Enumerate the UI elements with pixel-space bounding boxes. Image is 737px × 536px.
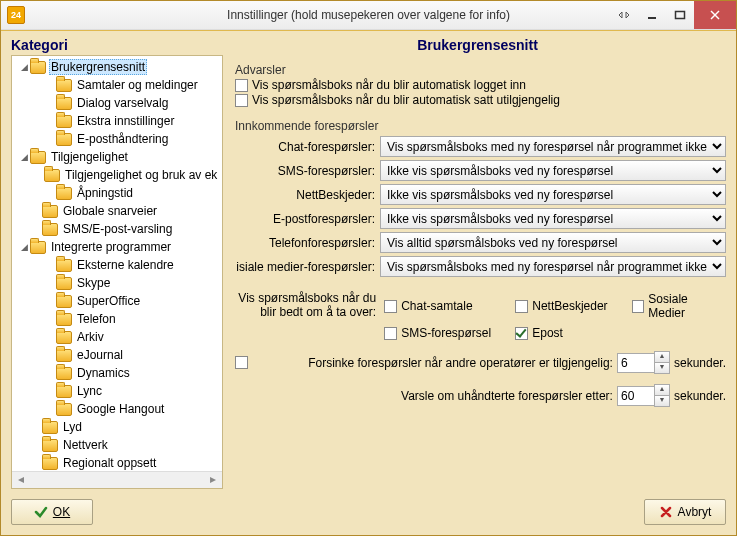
incoming-select[interactable]: Vis spørsmålsboks med ny forespørsel når… — [380, 136, 726, 157]
folder-icon — [56, 331, 72, 344]
tree-item[interactable]: Skype — [12, 274, 222, 292]
unhandled-warn-suffix: sekunder. — [674, 389, 726, 403]
spin-up-icon[interactable]: ▲ — [654, 351, 670, 363]
folder-icon — [56, 385, 72, 398]
tree-item-label: Tilgjengelighet og bruk av ek — [63, 168, 219, 182]
takeover-lead: Vis spørsmålsboks når dublir bedt om å t… — [235, 291, 376, 341]
svg-line-3 — [711, 11, 719, 19]
tree-expand-icon[interactable]: ◢ — [18, 152, 30, 162]
folder-icon — [56, 367, 72, 380]
tree-item-label: Globale snarveier — [61, 204, 159, 218]
tree-item[interactable]: Regionalt oppsett — [12, 454, 222, 471]
tree-item[interactable]: Åpningstid — [12, 184, 222, 202]
check-icon — [34, 505, 48, 519]
unhandled-warn-seconds-input[interactable] — [617, 386, 655, 406]
scroll-right-icon[interactable]: ▸ — [206, 472, 220, 488]
category-heading: Kategori — [11, 37, 223, 53]
tree-item-label: Samtaler og meldinger — [75, 78, 200, 92]
cancel-button[interactable]: Avbryt — [644, 499, 726, 525]
close-icon[interactable] — [694, 1, 736, 29]
tree-item-label: Dialog varselvalg — [75, 96, 170, 110]
tree-item-label: Eksterne kalendre — [75, 258, 176, 272]
tree-item[interactable]: ◢Brukergrensesnitt — [12, 58, 222, 76]
tree-item[interactable]: Arkiv — [12, 328, 222, 346]
incoming-select[interactable]: Ikke vis spørsmålsboks ved ny forespørse… — [380, 208, 726, 229]
unhandled-warn-label: Varsle om uhåndterte forespørsler etter: — [235, 389, 613, 403]
incoming-label: Chat-forespørsler: — [235, 140, 377, 154]
spin-up-icon[interactable]: ▲ — [654, 384, 670, 396]
tree-item[interactable]: Globale snarveier — [12, 202, 222, 220]
warn-auto-unavailable-label: Vis spørsmålsboks når du blir automatisk… — [252, 93, 560, 107]
warn-auto-unavailable-checkbox[interactable] — [235, 94, 248, 107]
tree-item[interactable]: Telefon — [12, 310, 222, 328]
tree-item[interactable]: Samtaler og meldinger — [12, 76, 222, 94]
takeover-option-label: Sosiale Medier — [648, 292, 726, 320]
incoming-select[interactable]: Ikke vis spørsmålsboks ved ny forespørse… — [380, 160, 726, 181]
takeover-checkbox[interactable] — [515, 300, 528, 313]
incoming-select[interactable]: Ikke vis spørsmålsboks ved ny forespørse… — [380, 184, 726, 205]
folder-icon — [44, 169, 60, 182]
incoming-label: E-postforespørsler: — [235, 212, 377, 226]
incoming-select[interactable]: Vis alltid spørsmålsboks ved ny forespør… — [380, 232, 726, 253]
tree-item[interactable]: Dynamics — [12, 364, 222, 382]
tree-item[interactable]: SuperOffice — [12, 292, 222, 310]
tree-item[interactable]: Tilgjengelighet og bruk av ek — [12, 166, 222, 184]
tree-horizontal-scrollbar[interactable]: ◂ ▸ — [12, 471, 222, 488]
folder-icon — [56, 403, 72, 416]
tree-item[interactable]: SMS/E-post-varsling — [12, 220, 222, 238]
tree-item-label: Arkiv — [75, 330, 106, 344]
folder-icon — [56, 115, 72, 128]
tree-item[interactable]: Lyd — [12, 418, 222, 436]
tree-item[interactable]: eJournal — [12, 346, 222, 364]
tree-item[interactable]: Dialog varselvalg — [12, 94, 222, 112]
takeover-checkbox[interactable] — [632, 300, 645, 313]
takeover-option-label: Chat-samtale — [401, 299, 472, 313]
tree-item[interactable]: Eksterne kalendre — [12, 256, 222, 274]
maximize-icon[interactable] — [666, 1, 694, 29]
takeover-option-label: NettBeskjeder — [532, 299, 607, 313]
spin-down-icon[interactable]: ▼ — [654, 396, 670, 407]
tree-item-label: Dynamics — [75, 366, 132, 380]
spin-down-icon[interactable]: ▼ — [654, 363, 670, 374]
scroll-left-icon[interactable]: ◂ — [14, 472, 28, 488]
takeover-option-label: SMS-forespørsel — [401, 326, 491, 340]
delay-requests-seconds-input[interactable] — [617, 353, 655, 373]
warnings-section-label: Advarsler — [235, 63, 726, 77]
tree-item[interactable]: Nettverk — [12, 436, 222, 454]
takeover-checkbox[interactable] — [515, 327, 528, 340]
incoming-section-label: Innkommende forespørsler — [235, 119, 726, 133]
tree-item[interactable]: Ekstra innstillinger — [12, 112, 222, 130]
tree-item-label: Brukergrensesnitt — [49, 59, 147, 75]
folder-icon — [56, 313, 72, 326]
folder-icon — [56, 349, 72, 362]
ok-button[interactable]: OK — [11, 499, 93, 525]
folder-icon — [30, 61, 46, 74]
incoming-label: isiale medier-forespørsler: — [235, 260, 377, 274]
folder-icon — [56, 97, 72, 110]
folder-icon — [42, 457, 58, 470]
tree-item[interactable]: ◢Tilgjengelighet — [12, 148, 222, 166]
incoming-select[interactable]: Vis spørsmålsboks med ny forespørsel når… — [380, 256, 726, 277]
tree-item-label: Tilgjengelighet — [49, 150, 130, 164]
tree-item[interactable]: ◢Integrerte programmer — [12, 238, 222, 256]
minimize-icon[interactable] — [638, 1, 666, 29]
tree-item-label: Regionalt oppsett — [61, 456, 158, 470]
app-icon: 24 — [7, 6, 25, 24]
tree-item-label: Ekstra innstillinger — [75, 114, 176, 128]
tree-expand-icon[interactable]: ◢ — [18, 62, 30, 72]
takeover-checkbox[interactable] — [384, 300, 397, 313]
restore-size-icon[interactable] — [610, 1, 638, 29]
folder-icon — [56, 295, 72, 308]
tree-item[interactable]: E-posthåndtering — [12, 130, 222, 148]
delay-requests-suffix: sekunder. — [674, 356, 726, 370]
svg-rect-1 — [676, 12, 685, 19]
tree-item[interactable]: Lync — [12, 382, 222, 400]
titlebar[interactable]: 24 Innstillinger (hold musepekeren over … — [1, 1, 736, 30]
category-tree: ◢BrukergrensesnittSamtaler og meldingerD… — [11, 55, 223, 489]
warn-auto-login-checkbox[interactable] — [235, 79, 248, 92]
tree-expand-icon[interactable]: ◢ — [18, 242, 30, 252]
tree-item[interactable]: Google Hangout — [12, 400, 222, 418]
takeover-checkbox[interactable] — [384, 327, 397, 340]
delay-requests-checkbox[interactable] — [235, 356, 248, 369]
folder-icon — [56, 277, 72, 290]
